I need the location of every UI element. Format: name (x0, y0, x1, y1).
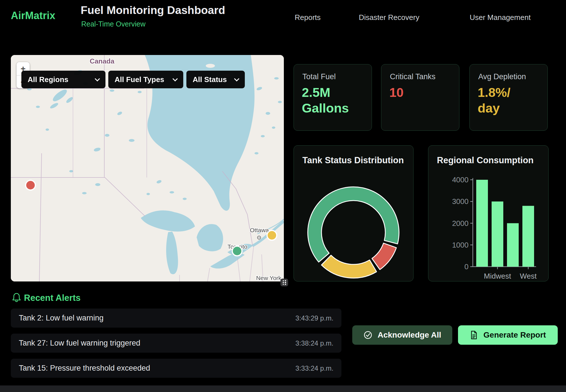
stat-value-critical-tanks: 10 (389, 85, 404, 101)
bar (507, 223, 519, 267)
donut-segment-critical (372, 243, 396, 270)
stat-label: Critical Tanks (390, 72, 435, 81)
tank-marker-critical[interactable] (26, 180, 35, 190)
status-filter-select[interactable]: All Status (186, 71, 245, 88)
resize-grip[interactable] (280, 279, 288, 286)
stat-value-total-fuel: 2.5M Gallons (302, 85, 365, 116)
bar (476, 180, 488, 267)
bar-chart: 01000200030004000MidwestWest (428, 146, 549, 282)
chevron-down-icon (234, 76, 239, 81)
fuel-map[interactable]: Canada Ottawa Toronto New York + − All R… (11, 55, 284, 281)
donut-chart (294, 146, 414, 282)
nav-item-disaster-recovery[interactable]: Disaster Recovery (359, 13, 419, 22)
map-label-ottawa: Ottawa (250, 227, 269, 233)
page-title: Fuel Monitoring Dashboard (81, 4, 225, 17)
map-label-canada: Canada (90, 57, 115, 65)
map-label-new-york: New York (256, 275, 282, 281)
bottom-scrollbar[interactable] (0, 385, 566, 392)
map-canvas: Canada Ottawa Toronto New York (11, 55, 284, 281)
acknowledge-all-button[interactable]: Acknowledge All (352, 325, 452, 345)
app-logo: AirMatrix (11, 10, 55, 22)
donut-segment-warning (321, 255, 376, 278)
nav-item-user-management[interactable]: User Management (470, 13, 531, 22)
stat-label: Avg Depletion (478, 72, 526, 81)
alert-row[interactable]: Tank 2: Low fuel warning 3:43:29 p.m. (11, 309, 341, 328)
y-tick-label: 3000 (452, 197, 469, 206)
alert-row[interactable]: Tank 15: Pressure threshold exceeded 3:3… (11, 359, 341, 378)
map-town-dot-center (258, 237, 259, 238)
alert-message: Tank 2: Low fuel warning (19, 314, 103, 322)
region-filter-value: All Regions (28, 75, 68, 84)
bar (492, 201, 503, 267)
alert-message: Tank 15: Pressure threshold exceeded (19, 364, 150, 373)
alert-time: 3:38:24 p.m. (296, 339, 333, 347)
regional-consumption-card: Regional Consumption 01000200030004000Mi… (428, 145, 549, 281)
bell-icon (11, 292, 22, 303)
generate-report-button[interactable]: Generate Report (458, 325, 558, 345)
region-filter-select[interactable]: All Regions (21, 71, 105, 88)
bar (522, 206, 534, 267)
stat-label: Total Fuel (302, 72, 336, 81)
y-tick-label: 1000 (452, 241, 469, 249)
x-tick-label: West (520, 272, 537, 280)
stat-card-total-fuel: Total Fuel 2.5M Gallons (294, 64, 372, 131)
chevron-down-icon (95, 76, 100, 81)
chevron-down-icon (172, 76, 178, 81)
alert-time: 3:33:24 p.m. (296, 364, 333, 372)
dashboard-page: AirMatrix Fuel Monitoring Dashboard Real… (0, 0, 566, 392)
tank-marker-normal[interactable] (232, 246, 242, 256)
nav-item-reports[interactable]: Reports (295, 13, 321, 22)
fuel-type-filter-select[interactable]: All Fuel Types (108, 71, 183, 88)
tank-marker-warning[interactable] (267, 230, 277, 240)
alert-time: 3:43:29 p.m. (296, 314, 333, 322)
x-tick-label: Midwest (484, 272, 511, 280)
y-tick-label: 4000 (452, 175, 469, 184)
y-tick-label: 0 (465, 262, 469, 271)
acknowledge-all-label: Acknowledge All (378, 330, 441, 340)
tank-status-card: Tank Status Distribution (294, 145, 414, 281)
status-filter-value: All Status (193, 75, 227, 84)
generate-report-label: Generate Report (483, 330, 546, 340)
page-subtitle: Real-Time Overview (81, 20, 146, 28)
alert-row[interactable]: Tank 27: Low fuel warning triggered 3:38… (11, 334, 341, 353)
fuel-type-filter-value: All Fuel Types (115, 75, 164, 84)
alert-message: Tank 27: Low fuel warning triggered (19, 339, 140, 348)
stat-card-critical-tanks: Critical Tanks 10 (381, 64, 459, 131)
map-island (206, 64, 215, 68)
alerts-title: Recent Alerts (24, 293, 81, 303)
document-icon (470, 330, 478, 340)
stat-card-avg-depletion: Avg Depletion 1.8%/day (469, 64, 548, 131)
check-circle-icon (363, 330, 372, 340)
y-tick-label: 2000 (452, 219, 469, 228)
stat-value-avg-depletion: 1.8%/day (478, 85, 516, 116)
